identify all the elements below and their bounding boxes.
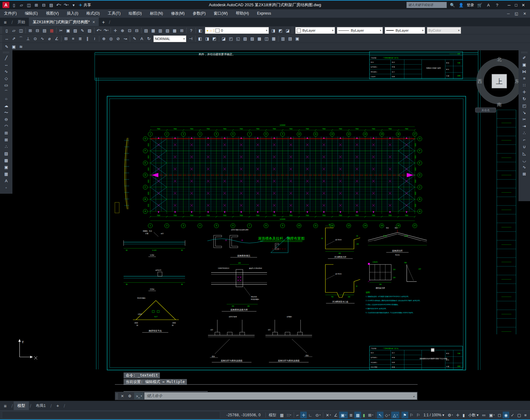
tab-close-icon[interactable]: ✕	[92, 18, 95, 26]
export-icon[interactable]: ⊟	[40, 2, 47, 8]
menu-item-7[interactable]: 标注(N)	[146, 9, 167, 18]
search-input[interactable]: 键入关键字或短语	[406, 2, 447, 8]
erase-icon[interactable]: ✐	[521, 55, 528, 61]
join-icon[interactable]: ∪	[521, 143, 528, 150]
doc-close-button[interactable]: ✕	[523, 11, 526, 16]
menu-item-1[interactable]: 编辑(E)	[21, 9, 42, 18]
annotation-visibility-icon[interactable]: ⚑	[401, 412, 408, 418]
dim-jogged-icon[interactable]: ∿	[39, 35, 46, 42]
dim-edit-icon[interactable]: ✎	[131, 35, 138, 42]
command-close-icon[interactable]: ✕	[119, 392, 126, 400]
save-as-icon[interactable]: ⊞	[33, 2, 40, 8]
dim-update-icon[interactable]: ↻	[145, 35, 152, 42]
fillet-icon[interactable]: ◡	[521, 157, 528, 164]
tolerance-icon[interactable]: ⊕	[100, 35, 107, 42]
annotation-scale-button[interactable]: 1:1 / 100% ▾	[422, 413, 446, 417]
rectangle-icon[interactable]: ▭	[3, 82, 10, 88]
isodraft-icon[interactable]: ∠	[333, 412, 339, 418]
publish-dwf-icon[interactable]: ▦	[48, 27, 55, 34]
close-button[interactable]: ✕	[522, 3, 525, 7]
block-attribute-manager-icon[interactable]: ▣	[10, 43, 17, 50]
menu-item-12[interactable]: Express	[253, 9, 275, 18]
polar-tracking-icon[interactable]: ⊙▾	[314, 412, 322, 418]
dynamic-input-icon[interactable]: ✛	[300, 412, 307, 418]
lineweight-display-icon[interactable]: ≣	[348, 412, 354, 418]
units-button[interactable]: 小数 ▾	[467, 413, 480, 418]
solid-subtract-icon[interactable]: ◨	[204, 35, 211, 42]
dim-jogline-icon[interactable]: ↝	[122, 35, 129, 42]
command-input[interactable]: 键入命令 ▴	[144, 392, 417, 400]
help-icon[interactable]: ?	[188, 27, 195, 34]
qdim-icon[interactable]: ⊞	[62, 35, 70, 42]
dim-radius-icon[interactable]: ⊙	[32, 35, 39, 42]
command-prompt[interactable]: >_▾	[134, 392, 144, 400]
rotate-icon[interactable]: ↻	[521, 96, 528, 102]
make-block-icon[interactable]: ⊠	[3, 137, 10, 143]
circle-icon[interactable]: ○	[3, 96, 10, 102]
redo-icon[interactable]: ↷▾	[63, 2, 70, 8]
table-icon[interactable]: ▦	[3, 171, 10, 177]
copy-icon[interactable]: ▣	[521, 61, 528, 68]
zoom-previous-icon[interactable]: ⊟	[133, 27, 140, 34]
lock-ui-icon[interactable]: ▣▾	[487, 412, 496, 418]
qnew-icon[interactable]: ▯	[3, 27, 10, 34]
sheet-set-icon[interactable]: ▧	[164, 27, 171, 34]
taper-faces-icon[interactable]: ▩	[256, 35, 263, 42]
rotate-faces-icon[interactable]: ▨	[249, 35, 256, 42]
gradient-icon[interactable]: ▩	[3, 157, 10, 164]
layer-properties-icon[interactable]: ◧	[197, 27, 204, 34]
break-at-point-icon[interactable]: ∴	[521, 130, 528, 136]
model-space-button[interactable]: 模型	[267, 412, 278, 418]
selection-cycling-icon[interactable]: ▮	[361, 412, 366, 418]
save-icon[interactable]: ◫	[25, 2, 32, 8]
delete-faces-icon[interactable]: ▧	[242, 35, 249, 42]
save-icon[interactable]: ◫	[17, 27, 25, 34]
clean-screen-icon[interactable]: ✓	[509, 412, 516, 418]
blend-icon[interactable]: ∿	[521, 164, 528, 170]
tab-model[interactable]: 模型	[14, 401, 29, 410]
dim-break-icon[interactable]: ≀	[91, 35, 98, 42]
designcenter-icon[interactable]: ▦	[150, 27, 157, 34]
menu-item-4[interactable]: 格式(O)	[82, 9, 104, 18]
new-layout-button[interactable]: +	[52, 401, 63, 410]
menu-item-5[interactable]: 工具(T)	[104, 9, 125, 18]
new-tab-button[interactable]: +	[99, 18, 108, 26]
explode-icon[interactable]: ⊠	[521, 171, 528, 177]
linetype-dropdown[interactable]: ByLayer▾	[337, 27, 383, 34]
command-customize-icon[interactable]: ⚙	[126, 392, 134, 400]
hatch-icon[interactable]: ▨	[3, 150, 10, 157]
menu-item-0[interactable]: 文件(F)	[0, 9, 21, 18]
object-snap-icon[interactable]: ▣▾	[339, 412, 348, 418]
autoscale-icon[interactable]: ⚐	[408, 412, 415, 418]
workspace-switching-icon[interactable]: ⚙▾	[446, 412, 455, 418]
plot-preview-icon[interactable]: ⊟	[34, 27, 41, 34]
ortho-mode-icon[interactable]: ∟	[307, 412, 314, 418]
layer-states-icon[interactable]: ◨	[270, 27, 277, 34]
transparency-icon[interactable]: ▩	[354, 412, 361, 418]
menu-item-2[interactable]: 视图(V)	[42, 9, 63, 18]
region-icon[interactable]: ▣	[3, 164, 10, 170]
qnew-icon[interactable]: ▯	[11, 2, 17, 8]
polygon-icon[interactable]: ◇	[3, 75, 10, 82]
menu-item-6[interactable]: 绘图(D)	[125, 9, 146, 18]
solid-union-icon[interactable]: ◧	[197, 35, 204, 42]
viewcube-east[interactable]: 东	[515, 79, 519, 84]
undo-icon[interactable]: ↶▾	[95, 27, 102, 34]
dim-continue-icon[interactable]: ≣	[77, 35, 84, 42]
search-icon[interactable]: 🔍	[449, 3, 455, 7]
clean-icon[interactable]: ▤	[287, 35, 294, 42]
break-icon[interactable]: ⌐	[521, 137, 528, 143]
dim-inspect-icon[interactable]: ⊘	[115, 35, 122, 42]
menu-item-8[interactable]: 修改(M)	[167, 9, 189, 18]
menu-item-3[interactable]: 插入(I)	[63, 9, 82, 18]
graphics-performance-icon[interactable]: ◉	[503, 412, 509, 418]
solid-intersect-icon[interactable]: ◩	[211, 35, 218, 42]
cut-icon[interactable]: ✂	[57, 27, 65, 34]
isolate-objects-icon[interactable]: ✕▾	[324, 412, 332, 418]
menu-item-9[interactable]: 参数(P)	[189, 9, 210, 18]
fullscreen-icon[interactable]: ▢	[516, 412, 523, 418]
xline-icon[interactable]: ↔	[3, 61, 10, 68]
annotation-monitor-icon[interactable]: ✛	[455, 412, 461, 418]
zoom-window-icon[interactable]: ⊡	[126, 27, 133, 34]
properties-palette-icon[interactable]: ▤	[143, 27, 150, 34]
